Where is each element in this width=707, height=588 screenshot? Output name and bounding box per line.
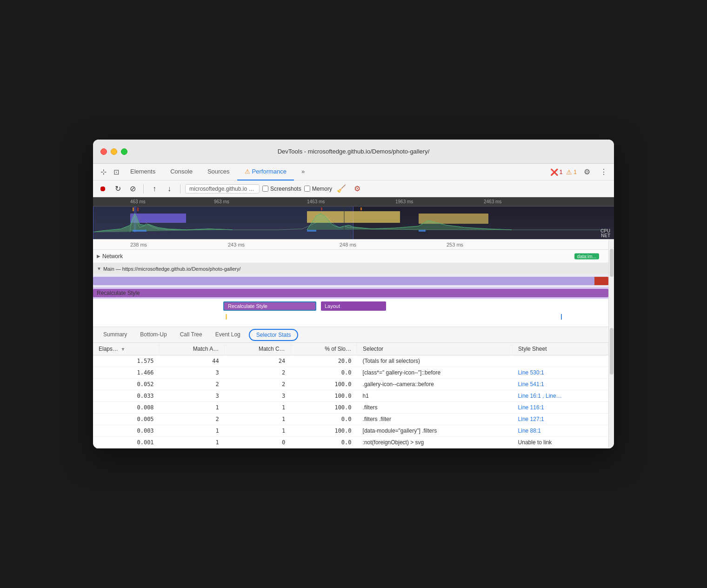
menu-icon[interactable]: ⋮: [597, 166, 610, 179]
svg-rect-12: [419, 230, 426, 232]
maximize-button[interactable]: [121, 148, 127, 155]
table-row: 1.466 3 2 0.0 [class*=" gallery-icon--"]…: [93, 367, 608, 379]
col-pct-slow[interactable]: % of Slo…: [291, 343, 357, 355]
table-row: 0.008 1 1 100.0 .filters Line 116:1: [93, 402, 608, 414]
cell-selector-2: .gallery-icon--camera::before: [357, 379, 513, 390]
cell-selector-0: (Totals for all selectors): [357, 355, 513, 367]
ruler-tick-2: 1463 ms: [307, 199, 325, 204]
cell-stylesheet-2[interactable]: Line 541:1: [513, 379, 608, 390]
cleanup-icon[interactable]: 🧹: [335, 182, 348, 195]
tab-selector-stats[interactable]: Selector Stats: [249, 329, 299, 341]
tab-summary[interactable]: Summary: [97, 327, 133, 343]
cell-stylesheet-7: Unable to link: [513, 437, 608, 448]
warn-icon: ⚠: [566, 168, 572, 176]
svg-rect-2: [321, 207, 322, 210]
tab-event-log[interactable]: Event Log: [209, 327, 247, 343]
screenshots-checkbox[interactable]: [262, 186, 268, 192]
divider2: [180, 184, 180, 194]
cell-match-c-3: 3: [225, 390, 291, 402]
flame-layout-label: Layout: [325, 303, 340, 309]
flame-recalc-label: Recalculate Style: [228, 303, 267, 309]
bottom-area: Summary Bottom-Up Call Tree Event Log Se…: [93, 327, 614, 448]
error-count: 1: [560, 169, 563, 175]
cell-pct-0: 20.0: [291, 355, 357, 367]
tab-console[interactable]: Console: [163, 164, 200, 180]
bottom-scrollbar-thumb[interactable]: [610, 328, 614, 374]
col-selector[interactable]: Selector: [357, 343, 513, 355]
network-expand-icon[interactable]: ▶: [97, 254, 100, 259]
flame-recalc-selected[interactable]: Recalculate Style: [223, 301, 316, 311]
detail-tick-3: 253 ms: [447, 242, 463, 247]
memory-checkbox-label[interactable]: Memory: [304, 186, 332, 192]
col-match-count[interactable]: Match C…: [225, 343, 291, 355]
device-toggle-icon[interactable]: ⊡: [110, 166, 123, 179]
cell-elapsed-1: 1.466: [93, 367, 160, 379]
scrollbar-thumb[interactable]: [610, 249, 614, 277]
main-collapse-icon[interactable]: ▼: [97, 266, 101, 271]
cell-match-c-4: 1: [225, 402, 291, 414]
cell-selector-3: h1: [357, 390, 513, 402]
memory-label: Memory: [312, 186, 332, 192]
cell-selector-5: .filters .filter: [357, 414, 513, 425]
network-track: ▶ Network data:im...: [93, 250, 608, 263]
url-filter[interactable]: microsoftedge.github.io …: [185, 184, 260, 194]
cpu-visualization: [93, 207, 614, 232]
cell-match-a-3: 3: [160, 390, 225, 402]
record-button[interactable]: ⏺: [97, 183, 109, 195]
cell-stylesheet-3[interactable]: Line 16:1 , Line…: [513, 390, 608, 402]
screenshots-checkbox-label[interactable]: Screenshots: [262, 186, 301, 192]
cell-stylesheet-4[interactable]: Line 116:1: [513, 402, 608, 414]
tab-bottom-up[interactable]: Bottom-Up: [133, 327, 173, 343]
svg-rect-10: [133, 230, 147, 232]
cell-stylesheet-6[interactable]: Line 88:1: [513, 425, 608, 437]
tab-sources[interactable]: Sources: [200, 164, 237, 180]
cell-stylesheet-5[interactable]: Line 127:1: [513, 414, 608, 425]
bottom-scrollbar[interactable]: [608, 327, 614, 448]
flame-layout[interactable]: Layout: [321, 301, 386, 311]
cell-pct-3: 100.0: [291, 390, 357, 402]
detail-ruler: 238 ms 243 ms 248 ms 253 ms: [93, 240, 608, 250]
col-elapsed[interactable]: Elaps… ▼: [93, 343, 160, 355]
ruler-tick-4: 2463 ms: [484, 199, 501, 204]
track-scrollbar[interactable]: [608, 240, 614, 327]
bottom-tabs: Summary Bottom-Up Call Tree Event Log Se…: [93, 327, 608, 343]
col-match-attempts[interactable]: Match A…: [160, 343, 225, 355]
warn-count: 1: [574, 169, 577, 175]
recalc-block[interactable]: [93, 289, 608, 297]
download-icon[interactable]: ↓: [163, 183, 175, 195]
tab-more[interactable]: »: [294, 164, 312, 180]
tab-elements[interactable]: Elements: [123, 164, 163, 180]
flame-marker: [226, 314, 227, 320]
upload-icon[interactable]: ↑: [148, 183, 160, 195]
close-button[interactable]: [100, 148, 107, 155]
clear-button[interactable]: ⊘: [127, 183, 139, 195]
inspect-icon[interactable]: ⊹: [97, 166, 110, 179]
sort-arrow: ▼: [120, 347, 125, 352]
warn-badge[interactable]: ⚠ 1: [566, 168, 577, 176]
cell-elapsed-5: 0.005: [93, 414, 160, 425]
minimize-button[interactable]: [111, 148, 117, 155]
tab-performance[interactable]: ⚠ Performance: [237, 164, 294, 180]
overview-visual[interactable]: CPU NET: [93, 207, 614, 239]
cell-stylesheet-1[interactable]: Line 530:1: [513, 367, 608, 379]
col-stylesheet[interactable]: Style Sheet: [513, 343, 608, 355]
svg-rect-1: [137, 207, 139, 211]
overview-ruler: 463 ms 963 ms 1463 ms 1963 ms 2463 ms: [93, 197, 614, 207]
table-row: 1.575 44 24 20.0 (Totals for all selecto…: [93, 355, 608, 367]
table-row: 0.001 1 0 0.0 :not(foreignObject) > svg …: [93, 437, 608, 448]
memory-checkbox[interactable]: [304, 186, 310, 192]
perf-settings-icon[interactable]: ⚙: [351, 182, 364, 195]
table-row: 0.005 2 1 0.0 .filters .filter Line 127:…: [93, 414, 608, 425]
task-block[interactable]: [93, 277, 608, 285]
tab-call-tree[interactable]: Call Tree: [173, 327, 209, 343]
reload-button[interactable]: ↻: [112, 183, 124, 195]
error-badge[interactable]: ❌ 1: [550, 168, 563, 176]
settings-icon[interactable]: ⚙: [580, 166, 594, 179]
cell-pct-7: 0.0: [291, 437, 357, 448]
col-elapsed-label: Elaps…: [99, 346, 118, 352]
network-data-badge: data:im...: [574, 253, 599, 259]
cell-match-c-1: 2: [225, 367, 291, 379]
ruler-tick-3: 1963 ms: [395, 199, 413, 204]
error-icon: ❌: [550, 168, 558, 176]
cell-elapsed-4: 0.008: [93, 402, 160, 414]
